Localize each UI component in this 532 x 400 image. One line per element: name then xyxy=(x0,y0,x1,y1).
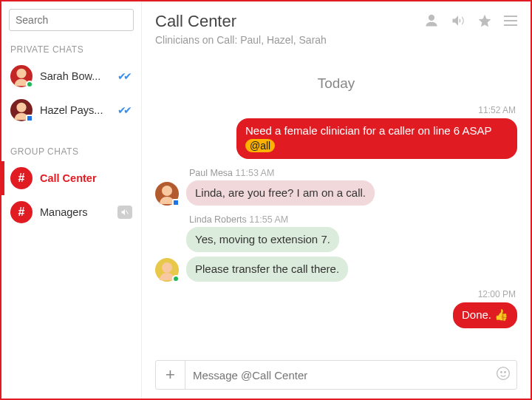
chat-item-label: Call Center xyxy=(40,172,132,184)
presence-busy-icon xyxy=(172,199,180,206)
group-chat-item-managers[interactable]: # Managers xyxy=(1,195,141,229)
star-icon[interactable] xyxy=(477,13,492,28)
timestamp: 12:00 PM xyxy=(155,286,517,302)
sender-name: Linda Roberts xyxy=(189,214,247,225)
svg-point-1 xyxy=(16,69,26,78)
sender-name: Paul Mesa xyxy=(189,168,233,178)
message-bubble-outgoing: Need a female clinician for a caller on … xyxy=(236,118,517,159)
day-divider: Today xyxy=(155,53,517,102)
message-bubble-incoming: Linda, are you free? I am on a call. xyxy=(186,180,375,206)
message-text: Done. xyxy=(462,308,491,321)
channel-hash-icon: # xyxy=(10,167,33,189)
main-pane: Call Center Clinicians on Call: Paul, Ha… xyxy=(142,1,531,399)
mention-pill: @all xyxy=(245,139,275,152)
svg-point-6 xyxy=(162,186,172,196)
message-bubble-incoming: Yes, moving to extension 7. xyxy=(186,227,339,252)
attach-button[interactable]: + xyxy=(156,361,185,389)
composer: + xyxy=(155,360,517,390)
presence-online-icon xyxy=(26,81,33,88)
svg-point-10 xyxy=(501,372,502,373)
message-time: 11:55 AM xyxy=(249,214,288,225)
sound-icon[interactable] xyxy=(451,13,466,28)
message-text: Please transfer the call there. xyxy=(195,262,339,275)
svg-point-11 xyxy=(505,372,506,373)
message-text: Linda, are you free? I am on a call. xyxy=(195,186,366,199)
private-chat-item[interactable]: Hazel Pays... ✔✔ xyxy=(1,93,141,127)
group-chat-item-call-center[interactable]: # Call Center xyxy=(1,161,141,195)
chat-item-label: Hazel Pays... xyxy=(40,104,110,116)
thumbs-up-icon: 👍 xyxy=(494,308,508,321)
chat-header: Call Center Clinicians on Call: Paul, Ha… xyxy=(142,1,531,53)
sidebar: PRIVATE CHATS Sarah Bow... ✔✔ Hazel Pays… xyxy=(1,1,142,399)
person-icon[interactable] xyxy=(424,13,439,28)
svg-point-8 xyxy=(162,262,172,273)
message-bubble-outgoing: Done.👍 xyxy=(453,302,517,328)
message-meta: Linda Roberts 11:55 AM xyxy=(189,214,517,225)
channel-hash-icon: # xyxy=(10,201,33,223)
chat-title: Call Center xyxy=(155,12,417,31)
chat-subtitle: Clinicians on Call: Paul, Hazel, Sarah xyxy=(155,34,417,46)
message-bubble-incoming: Please transfer the call there. xyxy=(186,257,348,282)
message-meta: Paul Mesa 11:53 AM xyxy=(189,168,517,178)
avatar xyxy=(155,182,179,206)
message-text: Need a female clinician for a caller on … xyxy=(245,124,491,137)
timestamp: 11:52 AM xyxy=(155,102,517,118)
avatar xyxy=(10,99,33,121)
section-private-label: PRIVATE CHATS xyxy=(1,38,141,59)
menu-icon[interactable] xyxy=(504,16,517,26)
svg-point-3 xyxy=(16,103,26,112)
app-window: PRIVATE CHATS Sarah Bow... ✔✔ Hazel Pays… xyxy=(0,0,532,400)
private-chat-item[interactable]: Sarah Bow... ✔✔ xyxy=(1,59,141,93)
read-receipt-icon: ✔✔ xyxy=(117,70,129,82)
message-input[interactable] xyxy=(185,369,490,382)
svg-line-4 xyxy=(126,211,129,214)
message-text: Yes, moving to extension 7. xyxy=(195,233,330,245)
presence-busy-icon xyxy=(26,115,33,122)
message-time: 11:53 AM xyxy=(236,168,275,178)
muted-icon xyxy=(117,206,132,219)
chat-item-label: Managers xyxy=(40,206,110,218)
chat-item-label: Sarah Bow... xyxy=(40,70,110,82)
avatar xyxy=(155,258,179,282)
emoji-button[interactable] xyxy=(490,366,516,384)
svg-point-9 xyxy=(497,367,510,380)
read-receipt-icon: ✔✔ xyxy=(117,104,129,116)
section-group-label: GROUP CHATS xyxy=(1,140,141,161)
message-list: Today 11:52 AM Need a female clinician f… xyxy=(142,53,531,354)
avatar xyxy=(10,65,33,87)
search-input[interactable] xyxy=(9,9,134,31)
